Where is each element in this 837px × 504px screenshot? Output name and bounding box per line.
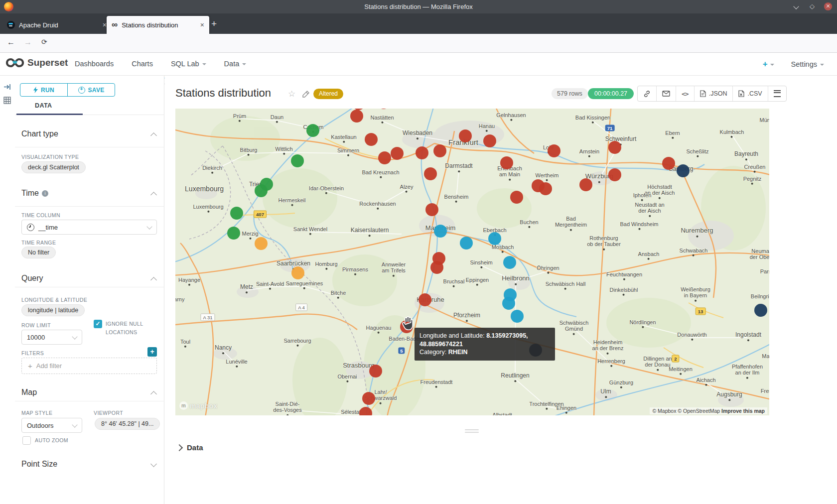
section-time[interactable]: Timei [21, 189, 48, 198]
station-point[interactable] [391, 147, 404, 160]
station-point[interactable] [433, 144, 446, 157]
chevron-up-icon[interactable] [150, 192, 157, 198]
station-point[interactable] [352, 109, 365, 110]
map-style-select[interactable]: Outdoors [21, 418, 82, 433]
station-point[interactable] [460, 237, 473, 250]
station-point[interactable] [503, 256, 516, 269]
section-query[interactable]: Query [21, 274, 43, 283]
attribution-mapbox[interactable]: © Mapbox [652, 408, 676, 414]
chevron-up-icon[interactable] [150, 132, 157, 139]
station-point[interactable] [291, 266, 304, 279]
viz-type-value[interactable]: deck.gl Scatterplot [21, 161, 86, 173]
superset-logo[interactable]: Superset [6, 57, 68, 69]
nav-dashboards[interactable]: Dashboards [75, 60, 114, 68]
settings-menu[interactable]: Settings [791, 60, 824, 68]
export-csv-button[interactable]: .CSV [732, 86, 767, 101]
window-close-icon[interactable]: ✕ [824, 2, 832, 10]
ignore-null-checkbox[interactable]: ✓ [94, 320, 102, 328]
attribution-osm[interactable]: © OpenStreetMap [678, 408, 720, 414]
station-point[interactable] [488, 232, 501, 245]
station-point[interactable] [483, 134, 496, 147]
window-minimize-icon[interactable] [792, 2, 800, 10]
chart-menu-button[interactable] [768, 86, 786, 101]
nav-sql-lab[interactable]: SQL Lab [171, 60, 206, 68]
add-filter-plus-button[interactable]: + [147, 347, 157, 357]
dataset-grid-icon[interactable] [3, 97, 11, 106]
station-point[interactable] [500, 156, 513, 169]
add-filter-box[interactable]: + Add filter [21, 358, 157, 374]
tab-close-icon[interactable]: × [103, 21, 107, 29]
embed-code-button[interactable]: <> [676, 86, 694, 101]
new-tab-button[interactable]: + [211, 19, 217, 28]
deckgl-scatterplot-map[interactable]: PrümDaunCochemNastättenWiesbadenFrankfur… [175, 109, 769, 415]
nav-charts[interactable]: Charts [132, 60, 153, 68]
email-button[interactable] [656, 86, 676, 101]
station-point[interactable] [378, 151, 391, 164]
tab-close-icon[interactable]: × [200, 21, 204, 29]
export-json-button[interactable]: .JSON [694, 86, 733, 101]
station-point[interactable] [662, 157, 675, 170]
lonlat-value[interactable]: longitude | latitude [21, 304, 85, 316]
station-point[interactable] [548, 144, 560, 157]
station-point[interactable] [369, 365, 382, 378]
copy-link-button[interactable] [638, 86, 656, 101]
station-point[interactable] [227, 227, 240, 240]
new-item-button[interactable]: + [763, 59, 774, 69]
station-point[interactable] [511, 310, 524, 323]
section-chart-type[interactable]: Chart type [21, 129, 58, 138]
station-point[interactable] [425, 203, 438, 216]
forward-icon[interactable]: → [24, 38, 32, 47]
nav-data[interactable]: Data [224, 60, 247, 68]
row-limit-select[interactable]: 10000 [21, 330, 82, 345]
time-column-select[interactable]: __time [21, 220, 157, 235]
station-point[interactable] [362, 392, 375, 405]
station-point[interactable] [434, 225, 447, 238]
time-range-value[interactable]: No filter [21, 247, 56, 258]
station-point[interactable] [502, 297, 515, 310]
station-point[interactable] [579, 178, 592, 191]
station-point[interactable] [539, 182, 552, 195]
station-point[interactable] [377, 109, 390, 109]
station-point[interactable] [677, 164, 690, 177]
station-point[interactable] [230, 207, 243, 220]
section-point-size[interactable]: Point Size [21, 460, 57, 469]
chevron-down-icon[interactable] [150, 461, 157, 467]
collapse-panel-icon[interactable] [3, 84, 11, 92]
station-point[interactable] [359, 407, 372, 415]
tab-data[interactable]: DATA [35, 102, 52, 109]
favorite-star-icon[interactable]: ☆ [288, 89, 295, 99]
station-point[interactable] [754, 304, 767, 317]
altered-badge[interactable]: Altered [313, 89, 343, 99]
data-section-toggle[interactable]: Data [177, 443, 203, 452]
tab-apache-druid[interactable]: Apache Druid × [2, 16, 112, 34]
station-point[interactable] [255, 184, 268, 197]
mapbox-logo[interactable]: m mapbox [179, 401, 217, 410]
edit-title-icon[interactable] [302, 90, 310, 100]
station-point[interactable] [306, 124, 319, 137]
window-maximize-icon[interactable]: ◇ [808, 2, 816, 10]
station-point[interactable] [430, 261, 443, 274]
tab-stations-distribution[interactable]: ∞ Stations distribution × [107, 16, 209, 34]
section-map[interactable]: Map [21, 388, 37, 397]
station-point[interactable] [418, 293, 431, 306]
station-point[interactable] [416, 146, 428, 159]
station-point[interactable] [459, 129, 472, 142]
chevron-up-icon[interactable] [150, 391, 157, 397]
station-point[interactable] [510, 191, 523, 204]
station-point[interactable] [365, 133, 378, 146]
station-point[interactable] [255, 237, 268, 250]
station-point[interactable] [608, 168, 621, 181]
save-button[interactable]: SAVE [68, 84, 115, 96]
auto-zoom-checkbox[interactable] [22, 436, 31, 445]
panel-drag-handle[interactable] [465, 429, 479, 430]
chevron-up-icon[interactable] [150, 277, 157, 283]
panel-drag-handle[interactable] [465, 432, 479, 433]
run-button[interactable]: RUN [20, 84, 68, 96]
viewport-value[interactable]: 8° 46' 45.28" | 49... [95, 418, 160, 430]
back-icon[interactable]: ← [7, 38, 15, 47]
attribution-improve-link[interactable]: Improve this map [721, 408, 765, 414]
reload-icon[interactable]: ⟳ [41, 38, 47, 46]
station-point[interactable] [608, 141, 621, 154]
station-point[interactable] [424, 167, 437, 180]
station-point[interactable] [291, 154, 304, 167]
